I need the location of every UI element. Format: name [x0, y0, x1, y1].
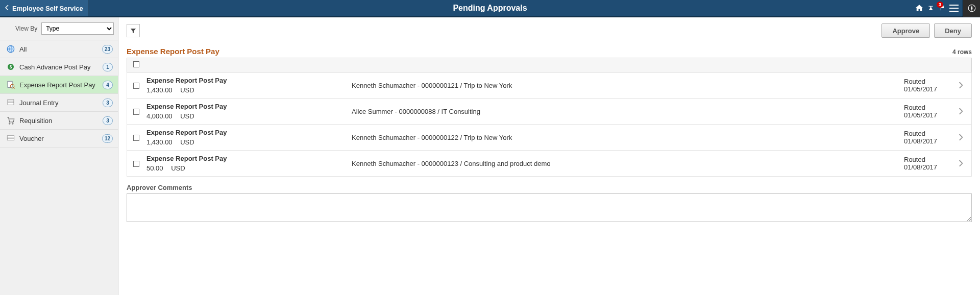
row-title: Expense Report Post Pay — [146, 129, 346, 136]
row-status-col: Routed 01/08/2017 — [904, 156, 950, 171]
row-checkbox[interactable] — [133, 109, 139, 115]
svg-point-13 — [9, 123, 10, 124]
toolbar: Approve Deny — [127, 23, 972, 38]
row-amount-line: 1,430.00 USD — [146, 86, 346, 94]
deny-button[interactable]: Deny — [934, 23, 972, 38]
filter-button[interactable] — [127, 24, 140, 37]
row-description: Kenneth Schumacher - 0000000122 / Trip t… — [352, 134, 898, 141]
row-currency: USD — [180, 112, 194, 120]
sidebar-item-count: 4 — [103, 81, 113, 89]
globe-icon — [4, 44, 17, 54]
row-status-col: Routed 01/05/2017 — [904, 104, 950, 119]
home-icon[interactable] — [911, 0, 928, 17]
select-all-row — [127, 58, 972, 72]
select-all-checkbox[interactable] — [133, 61, 139, 67]
row-status-col: Routed 01/05/2017 — [904, 78, 950, 93]
sidebar-item-label: Requisition — [17, 117, 103, 125]
row-currency: USD — [180, 86, 194, 94]
list-item[interactable]: Expense Report Post Pay 1,430.00 USD Ken… — [127, 125, 971, 151]
svg-line-9 — [13, 87, 14, 88]
sidebar-item-count: 23 — [102, 45, 113, 54]
section-title: Expense Report Post Pay — [127, 47, 219, 56]
svg-rect-2 — [949, 11, 959, 12]
chevron-left-icon — [5, 5, 9, 11]
cash-icon: $ — [4, 62, 17, 71]
list-item[interactable]: Expense Report Post Pay 1,430.00 USD Ken… — [127, 72, 971, 99]
voucher-icon — [4, 134, 17, 143]
comments-label: Approver Comments — [127, 184, 972, 191]
row-amount: 4,000.00 — [146, 112, 173, 120]
list-item[interactable]: Expense Report Post Pay 4,000.00 USD Ali… — [127, 99, 971, 125]
svg-point-14 — [12, 123, 13, 124]
sidebar-item-label: Journal Entry — [17, 99, 103, 107]
row-status: Routed — [904, 156, 950, 163]
report-icon — [4, 80, 17, 89]
row-amount-line: 1,430.00 USD — [146, 138, 346, 146]
sidebar-item-count: 12 — [102, 134, 113, 143]
chevron-right-icon — [956, 108, 965, 114]
approve-button[interactable]: Approve — [881, 23, 930, 38]
viewby-row: View By Type — [0, 17, 118, 40]
row-checkbox[interactable] — [133, 161, 139, 167]
sidebar-item-count: 1 — [103, 63, 113, 71]
list-item[interactable]: Expense Report Post Pay 50.00 USD Kennet… — [127, 151, 971, 177]
sidebar-item-journal[interactable]: Journal Entry 3 — [0, 94, 118, 112]
header-actions: 3 — [911, 0, 980, 16]
viewby-select[interactable]: Type — [41, 22, 114, 35]
content: Approve Deny Expense Report Post Pay 4 r… — [118, 17, 980, 295]
row-currency: USD — [171, 164, 185, 172]
sidebar-item-label: Cash Advance Post Pay — [17, 63, 103, 71]
cart-icon — [4, 116, 17, 125]
row-title: Expense Report Post Pay — [146, 77, 346, 84]
row-count: 4 rows — [952, 48, 972, 56]
chevron-right-icon — [956, 82, 965, 88]
sidebar-item-label: All — [17, 45, 102, 53]
chevron-right-icon — [956, 134, 965, 140]
row-title: Expense Report Post Pay — [146, 155, 346, 162]
svg-rect-0 — [949, 5, 959, 6]
compass-icon[interactable] — [963, 0, 980, 17]
page-title: Pending Approvals — [453, 4, 527, 13]
sidebar-item-label: Expense Report Post Pay — [17, 81, 103, 89]
row-status-col: Routed 01/08/2017 — [904, 130, 950, 145]
back-label: Employee Self Service — [12, 5, 83, 12]
approval-list: Expense Report Post Pay 1,430.00 USD Ken… — [127, 72, 972, 177]
row-date: 01/08/2017 — [904, 137, 950, 145]
row-description: Kenneth Schumacher - 0000000123 / Consul… — [352, 160, 898, 167]
row-amount-line: 50.00 USD — [146, 164, 346, 172]
notification-badge: 3 — [937, 2, 943, 8]
row-amount: 50.00 — [146, 164, 163, 172]
journal-icon — [4, 98, 17, 107]
sidebar-item-requisition[interactable]: Requisition 3 — [0, 112, 118, 130]
sidebar-item-expense-report[interactable]: Expense Report Post Pay 4 — [0, 76, 118, 94]
row-amount-line: 4,000.00 USD — [146, 112, 346, 120]
app-header: Employee Self Service Pending Approvals … — [0, 0, 980, 17]
row-amount: 1,430.00 — [146, 86, 173, 94]
main: View By Type All 23 $ Cash Advance Post … — [0, 17, 980, 295]
back-link[interactable]: Employee Self Service — [0, 0, 89, 16]
svg-rect-15 — [7, 136, 14, 140]
svg-rect-1 — [949, 8, 959, 9]
row-checkbox[interactable] — [133, 135, 139, 141]
notifications-icon[interactable]: 3 — [928, 0, 945, 17]
row-status: Routed — [904, 130, 950, 137]
viewby-label: View By — [15, 25, 37, 32]
sidebar-item-label: Voucher — [17, 135, 102, 142]
section-header: Expense Report Post Pay 4 rows — [127, 47, 972, 56]
sidebar-item-count: 3 — [103, 99, 113, 107]
sidebar-item-count: 3 — [103, 116, 113, 125]
row-date: 01/05/2017 — [904, 85, 950, 93]
menu-icon[interactable] — [945, 0, 963, 17]
approver-comments-input[interactable] — [127, 193, 972, 222]
row-amount: 1,430.00 — [146, 138, 173, 146]
row-status: Routed — [904, 104, 950, 111]
sidebar-item-voucher[interactable]: Voucher 12 — [0, 130, 118, 148]
row-checkbox[interactable] — [133, 83, 139, 89]
svg-text:$: $ — [10, 65, 12, 69]
row-date: 01/08/2017 — [904, 163, 950, 171]
sidebar-item-cash-advance[interactable]: $ Cash Advance Post Pay 1 — [0, 58, 118, 76]
row-description: Alice Summer - 0000000088 / IT Consultin… — [352, 108, 898, 115]
row-date: 01/05/2017 — [904, 111, 950, 119]
row-title: Expense Report Post Pay — [146, 103, 346, 110]
sidebar-item-all[interactable]: All 23 — [0, 40, 118, 58]
